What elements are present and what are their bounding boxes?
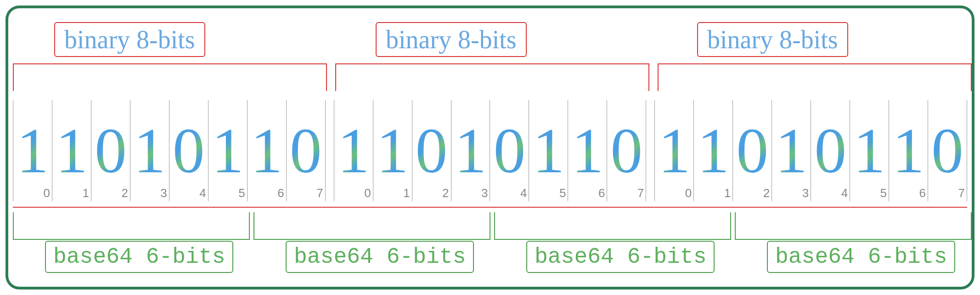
bit-digit: 0 — [931, 119, 963, 183]
bit-cell: 13 — [772, 100, 811, 201]
bit-digit: 0 — [736, 119, 768, 183]
bit-cell: 07 — [287, 100, 326, 201]
bit-cell: 02 — [412, 100, 451, 201]
bit-index: 4 — [199, 186, 206, 200]
b64-bracket-0 — [13, 212, 250, 240]
bit-index: 0 — [364, 186, 371, 200]
bit-digit: 0 — [610, 119, 642, 183]
bit-cell: 04 — [490, 100, 529, 201]
b64-label-1: base64 6-bits — [286, 241, 474, 273]
bit-cell: 15 — [529, 100, 568, 201]
byte-group-0: 10 11 02 13 04 15 16 07 — [13, 100, 326, 201]
bit-digit: 1 — [338, 119, 370, 183]
bit-index: 6 — [919, 186, 926, 200]
bit-cell: 04 — [169, 100, 208, 201]
bit-index: 0 — [685, 186, 692, 200]
bit-digit: 1 — [658, 119, 690, 183]
bit-cell: 07 — [928, 100, 967, 201]
bit-digit: 0 — [173, 119, 205, 183]
bit-digit: 1 — [532, 119, 564, 183]
bit-index: 1 — [82, 186, 89, 200]
bit-digit: 1 — [56, 119, 88, 183]
bit-digit: 1 — [377, 119, 409, 183]
bit-cell: 16 — [889, 100, 928, 201]
bit-index: 3 — [802, 186, 809, 200]
bit-cell: 13 — [451, 100, 490, 201]
bit-index: 5 — [880, 186, 887, 200]
byte-bracket-2 — [658, 63, 972, 91]
bit-digit: 1 — [17, 119, 49, 183]
bit-digit: 1 — [212, 119, 244, 183]
bit-index: 1 — [724, 186, 731, 200]
bit-index: 7 — [316, 186, 323, 200]
byte-label-0: binary 8-bits — [54, 22, 205, 57]
bit-cell: 07 — [607, 100, 646, 201]
byte-label-2: binary 8-bits — [697, 22, 848, 57]
bit-cell: 15 — [208, 100, 248, 201]
bit-digit: 1 — [775, 119, 807, 183]
bit-cell: 15 — [850, 100, 889, 201]
bit-cell: 11 — [373, 100, 412, 201]
b64-label-0: base64 6-bits — [45, 241, 233, 273]
bit-cell: 02 — [733, 100, 772, 201]
bit-digit: 1 — [251, 119, 283, 183]
bit-cell: 16 — [248, 100, 287, 201]
bit-index: 3 — [481, 186, 488, 200]
bit-index: 1 — [403, 186, 410, 200]
bit-index: 2 — [121, 186, 128, 200]
bit-cell: 13 — [130, 100, 169, 201]
b64-bracket-3 — [735, 212, 972, 240]
bit-index: 7 — [958, 186, 965, 200]
bit-index: 5 — [238, 186, 245, 200]
bit-cell: 11 — [52, 100, 91, 201]
bit-digit: 0 — [814, 119, 846, 183]
bit-index: 6 — [277, 186, 284, 200]
bit-digit: 1 — [571, 119, 603, 183]
red-rule — [13, 207, 967, 208]
bit-index: 4 — [841, 186, 848, 200]
byte-label-1: binary 8-bits — [376, 22, 527, 57]
bit-digit: 0 — [95, 119, 127, 183]
bit-cell: 10 — [334, 100, 373, 201]
bit-cell: 16 — [568, 100, 607, 201]
bit-cell: 02 — [91, 100, 130, 201]
bit-digit: 0 — [493, 119, 525, 183]
bit-cell: 10 — [13, 100, 52, 201]
byte-group-2: 10 11 02 13 04 15 16 07 — [654, 100, 967, 201]
b64-label-3: base64 6-bits — [767, 241, 955, 273]
bit-cell: 11 — [694, 100, 733, 201]
bit-index: 3 — [160, 186, 167, 200]
b64-bracket-2 — [494, 212, 731, 240]
bit-index: 6 — [598, 186, 605, 200]
bit-index: 2 — [442, 186, 449, 200]
bit-digit: 1 — [134, 119, 166, 183]
bit-digit: 1 — [455, 119, 487, 183]
b64-bracket-1 — [253, 212, 490, 240]
bit-index: 4 — [520, 186, 527, 200]
bit-digit: 0 — [290, 119, 322, 183]
bit-index: 5 — [559, 186, 566, 200]
byte-group-1: 10 11 02 13 04 15 16 07 — [334, 100, 647, 201]
bit-row: 10 11 02 13 04 15 16 07 10 11 02 13 04 1… — [13, 100, 967, 201]
bit-digit: 1 — [853, 119, 885, 183]
b64-label-2: base64 6-bits — [526, 241, 715, 273]
bit-digit: 0 — [416, 119, 448, 183]
diagram-frame: binary 8-bits binary 8-bits binary 8-bit… — [6, 6, 974, 289]
byte-bracket-0 — [13, 63, 327, 91]
bit-digit: 1 — [697, 119, 729, 183]
bit-cell: 10 — [654, 100, 694, 201]
bit-cell: 04 — [811, 100, 850, 201]
bit-index: 2 — [763, 186, 770, 200]
byte-bracket-1 — [335, 63, 649, 91]
bit-digit: 1 — [892, 119, 924, 183]
bit-index: 7 — [637, 186, 644, 200]
bit-index: 0 — [43, 186, 50, 200]
